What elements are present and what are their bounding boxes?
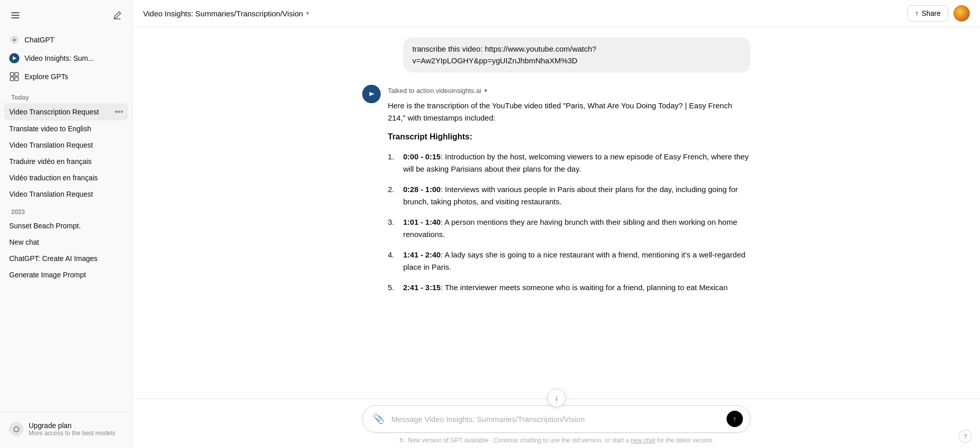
sidebar-item-chatgpt[interactable]: ✦ ChatGPT — [4, 31, 128, 49]
chat-item-traduire[interactable]: Traduire vidéo en français ··· — [4, 153, 128, 170]
timestamp-3: 1:01 - 1:40 — [403, 218, 440, 226]
attach-icon: 📎 — [373, 413, 384, 425]
upgrade-plan-button[interactable]: ⬡ Upgrade plan More access to the best m… — [4, 416, 128, 442]
chat-item-menu[interactable]: ••• — [114, 107, 123, 116]
svg-marker-5 — [13, 56, 16, 60]
list-item: 4. 1:41 - 2:40: A lady says she is going… — [388, 249, 751, 273]
svg-rect-2 — [11, 17, 19, 18]
chat-item-label: Video Translation Request — [9, 141, 123, 149]
chat-item-label: Video Translation Request — [9, 190, 123, 198]
list-item: 2. 0:28 - 1:00: Interviews with various … — [388, 183, 751, 208]
footer-notice: ↻ New version of GPT available · Continu… — [399, 437, 714, 444]
chat-item-label: ChatGPT: Create AI Images — [9, 254, 123, 263]
chevron-down-icon: ▾ — [306, 10, 309, 17]
chat-item-label: Vidéo traduction en français — [9, 174, 123, 182]
transcript-heading: Transcript Highlights: — [388, 130, 751, 144]
list-item-content: 1:41 - 2:40: A lady says she is going to… — [403, 249, 751, 273]
sidebar-item-chatgpt-label: ChatGPT — [25, 36, 54, 44]
ai-intro-text: Here is the transcription of the YouTube… — [388, 100, 751, 124]
sidebar-nav: ✦ ChatGPT Video Insights: Sum... — [0, 29, 132, 88]
list-item: 3. 1:01 - 1:40: A person mentions they a… — [388, 216, 751, 241]
timestamp-2: 0:28 - 1:00 — [403, 185, 440, 194]
more-options-icon: ••• — [114, 107, 123, 116]
share-icon: ↑ — [915, 9, 919, 17]
list-item-content: 0:28 - 1:00: Interviews with various peo… — [403, 183, 751, 208]
list-item-num: 3. — [388, 216, 399, 241]
sidebar-item-explore[interactable]: Explore GPTs — [4, 67, 128, 86]
user-avatar[interactable] — [953, 5, 970, 21]
message-input-box: 📎 ↑ — [362, 405, 751, 433]
svg-rect-6 — [10, 73, 14, 76]
user-bubble: transcribe this video: https://www.youtu… — [403, 37, 751, 73]
sidebar-header — [0, 0, 132, 29]
chat-item-video-translation-2[interactable]: Video Translation Request ··· — [4, 186, 128, 202]
share-button[interactable]: ↑ Share — [907, 5, 948, 21]
timestamp-1: 0:00 - 0:15 — [403, 152, 440, 161]
scroll-down-button[interactable]: ↓ — [547, 389, 566, 407]
conversation-title[interactable]: Video Insights: Summaries/Transcription/… — [143, 9, 309, 18]
list-item-content: 2:41 - 3:15: The interviewer meets someo… — [403, 281, 751, 294]
list-item-num: 5. — [388, 281, 399, 294]
chat-item-video-translation[interactable]: Video Translation Request ··· — [4, 137, 128, 153]
list-item: 1. 0:00 - 0:15: Introduction by the host… — [388, 151, 751, 175]
ai-source-label[interactable]: Talked to action.videoinsights.ai ▾ — [388, 87, 751, 95]
main-area: Video Insights: Summaries/Transcription/… — [133, 0, 980, 448]
chat-item-label: Video Transcription Request — [9, 108, 114, 116]
sidebar: ✦ ChatGPT Video Insights: Sum... — [0, 0, 133, 448]
attach-button[interactable]: 📎 — [371, 411, 386, 427]
footer-notice-text: New version of GPT available · Continue … — [408, 437, 631, 444]
topbar-title-text: Video Insights: Summaries/Transcription/… — [143, 9, 303, 18]
list-item-content: 1:01 - 1:40: A person mentions they are … — [403, 216, 751, 241]
svg-text:✦: ✦ — [12, 37, 16, 43]
chat-item-sunset-beach[interactable]: Sunset Beach Prompt. ··· — [4, 218, 128, 234]
help-button[interactable]: ? — [959, 430, 972, 443]
user-message-text: transcribe this video: https://www.youtu… — [412, 44, 596, 65]
svg-rect-9 — [15, 77, 18, 81]
chat-content: transcribe this video: https://www.youtu… — [133, 27, 980, 398]
refresh-icon: ↻ — [399, 437, 404, 444]
upgrade-title: Upgrade plan — [29, 421, 115, 430]
upgrade-subtitle: More access to the best models — [29, 430, 115, 437]
sidebar-item-video-insights-label: Video Insights: Sum... — [25, 54, 94, 62]
chat-item-generate-image[interactable]: Generate Image Prompt ··· — [4, 267, 128, 283]
user-message: transcribe this video: https://www.youtu… — [362, 37, 751, 73]
transcript-list: 1. 0:00 - 0:15: Introduction by the host… — [388, 151, 751, 294]
new-chat-button[interactable] — [108, 6, 126, 25]
ai-source-text: Talked to action.videoinsights.ai — [388, 87, 481, 95]
chat-item-translate-video[interactable]: Translate video to English ··· — [4, 121, 128, 137]
chat-item-label: Generate Image Prompt — [9, 271, 123, 279]
upgrade-icon: ⬡ — [9, 422, 24, 436]
topbar-right: ↑ Share — [907, 5, 970, 21]
list-item-content: 0:00 - 0:15: Introduction by the host, w… — [403, 151, 751, 175]
chat-item-new-chat[interactable]: New chat ··· — [4, 234, 128, 250]
chat-item-video-traduction[interactable]: Vidéo traduction en français ··· — [4, 170, 128, 186]
send-button[interactable]: ↑ — [727, 411, 743, 427]
sidebar-item-video-insights[interactable]: Video Insights: Sum... — [4, 49, 128, 67]
toggle-sidebar-button[interactable] — [6, 6, 25, 25]
footer-notice-end: for the latest version. — [655, 437, 714, 444]
chat-wrapper: transcribe this video: https://www.youtu… — [133, 27, 980, 448]
section-2023-label: 2023 — [4, 202, 128, 218]
share-label: Share — [922, 9, 941, 17]
chat-item-ai-images[interactable]: ChatGPT: Create AI Images ··· — [4, 250, 128, 267]
chat-item-video-transcription[interactable]: Video Transcription Request ••• — [4, 103, 128, 121]
chatgpt-icon: ✦ — [9, 35, 19, 45]
ai-content: Talked to action.videoinsights.ai ▾ Here… — [388, 85, 751, 302]
explore-icon — [9, 72, 19, 82]
new-chat-link[interactable]: new chat — [631, 437, 655, 444]
message-input[interactable] — [391, 415, 721, 423]
list-item: 5. 2:41 - 3:15: The interviewer meets so… — [388, 281, 751, 294]
ai-message: Talked to action.videoinsights.ai ▾ Here… — [362, 85, 751, 302]
chevron-down-icon: ▾ — [484, 87, 487, 94]
svg-rect-1 — [11, 15, 19, 16]
messages-container: transcribe this video: https://www.youtu… — [352, 37, 761, 314]
video-insights-icon — [9, 53, 19, 63]
svg-rect-7 — [15, 73, 18, 76]
sidebar-item-explore-label: Explore GPTs — [25, 73, 68, 81]
list-item-num: 4. — [388, 249, 399, 273]
ai-avatar — [362, 85, 381, 103]
topbar: Video Insights: Summaries/Transcription/… — [133, 0, 980, 27]
chat-history-list: Today Video Transcription Request ••• Tr… — [0, 88, 132, 412]
section-today-label: Today — [4, 88, 128, 103]
svg-rect-8 — [10, 77, 14, 81]
